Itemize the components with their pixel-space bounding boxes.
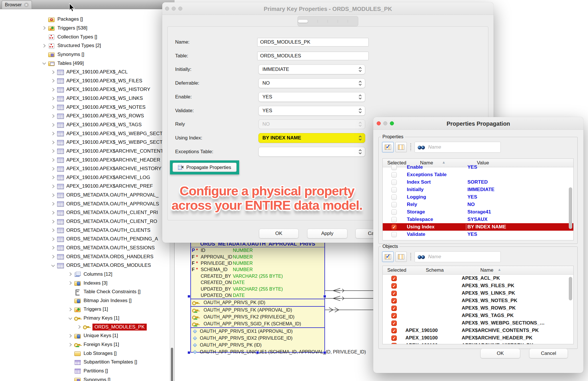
tree-item[interactable]: APEX_190100.APEX$_WS_WEBPG_SECTION_H xyxy=(0,138,170,147)
object-row[interactable]: ✓ APEX$_WS_NOTES_PK xyxy=(383,297,573,304)
checkbox[interactable]: ✓ xyxy=(391,283,397,289)
checkbox[interactable]: ✓ xyxy=(391,313,397,318)
checkbox[interactable]: ✓ xyxy=(391,217,397,222)
property-row[interactable]: ✓ Initially IMMEDIATE xyxy=(383,186,573,193)
objects-search-input[interactable]: Name xyxy=(415,251,501,262)
select-all-button[interactable]: ✓ xyxy=(382,142,394,152)
expand-chevron-icon[interactable] xyxy=(51,132,55,135)
stepper-icon[interactable] xyxy=(358,94,363,101)
cancel-button[interactable]: Cancel xyxy=(529,349,568,358)
checkbox[interactable]: ✓ xyxy=(391,328,397,333)
checkbox[interactable]: ✓ xyxy=(391,180,397,185)
tree-scrollbar-thumb[interactable] xyxy=(171,348,173,381)
checkbox[interactable]: ✓ xyxy=(391,224,397,230)
tree-item[interactable]: Indexes [3] xyxy=(0,279,170,287)
tree-item[interactable]: APEX_190100.APEX$_WS_TAGS xyxy=(0,120,170,129)
checkbox[interactable]: ✓ xyxy=(391,320,397,326)
tree-item[interactable]: Collection Types [] xyxy=(0,32,170,41)
select-control[interactable]: IMMEDIATE xyxy=(258,65,365,74)
checkbox[interactable]: ✓ xyxy=(391,195,397,200)
object-row[interactable]: ✓ APEX$_ACL_PK xyxy=(383,275,573,282)
column-select-button[interactable] xyxy=(395,252,407,262)
tree-item[interactable]: Subpartition Templates [] xyxy=(0,358,170,367)
tree-item[interactable]: APEX_190100.APEX$_WS_NOTES xyxy=(0,103,170,112)
select-control[interactable]: NO xyxy=(258,119,365,129)
tree-item[interactable]: APEX_190100.APEX$_ACL xyxy=(0,68,170,77)
property-row[interactable]: ✓ Logging YES xyxy=(383,193,573,201)
tree-item[interactable]: ORDS_MODULES_PK xyxy=(0,322,170,331)
expand-chevron-icon[interactable] xyxy=(51,149,55,153)
tab-global-hash-partitions-by-quantity[interactable] xyxy=(328,20,338,23)
tree-item[interactable]: Columns [12] xyxy=(0,270,170,279)
tree-item[interactable]: APEX_190100.APEX$_WS_ROWS xyxy=(0,112,170,120)
expand-chevron-icon[interactable] xyxy=(51,237,55,241)
expand-chevron-icon[interactable] xyxy=(68,343,72,347)
checkbox[interactable]: ✓ xyxy=(391,187,397,193)
tree-item[interactable]: Unique Keys [1] xyxy=(0,331,170,340)
select-control[interactable] xyxy=(258,147,365,157)
tree-item[interactable]: APEX_190100.APEX$ARCHIVE_CONTENTS xyxy=(0,147,170,156)
tree-item[interactable]: Triggers [538] xyxy=(0,24,170,33)
tab-columns[interactable] xyxy=(308,20,318,23)
expand-chevron-icon[interactable] xyxy=(51,97,55,100)
checkbox[interactable]: ✓ xyxy=(391,172,397,178)
tree-item[interactable]: ORDS_METADATA.OAUTH_APPROVALS xyxy=(0,199,170,208)
expand-chevron-icon[interactable] xyxy=(51,158,55,162)
property-row[interactable]: ✓ Storage Storage41 xyxy=(383,208,573,216)
select-control[interactable]: YES xyxy=(258,92,365,102)
tree-item[interactable]: APEX_190100.APEX$ARCHIVE_HEADER xyxy=(0,155,170,164)
objects-table-header[interactable]: Selected Schema Name ▲ xyxy=(383,266,573,275)
stepper-icon[interactable] xyxy=(358,121,363,128)
expand-chevron-icon[interactable] xyxy=(51,176,55,179)
tree-item[interactable]: Synonyms [] xyxy=(0,50,170,59)
tree-item[interactable]: APEX_190100.APEX$ARCHIVE_PREF xyxy=(0,182,170,191)
stepper-icon[interactable] xyxy=(358,80,363,87)
tree-item[interactable]: APEX_190100.APEX$_WS_FILES xyxy=(0,76,170,85)
object-row[interactable]: ✓ APEX_190100 APEX$ARCHIVE_CONTENTS_PK xyxy=(383,327,573,334)
tab-using-index[interactable] xyxy=(338,20,348,23)
expand-chevron-icon[interactable] xyxy=(51,255,55,258)
tree-item[interactable]: Packages [] xyxy=(0,15,170,24)
expand-chevron-icon[interactable] xyxy=(51,246,55,250)
expand-chevron-icon[interactable] xyxy=(51,123,55,127)
selection-handle[interactable] xyxy=(187,351,190,354)
tree-item[interactable]: Synonyms [] xyxy=(0,375,170,381)
tree-item[interactable]: APEX_190100.APEX$ARCHIVE_HISTORY xyxy=(0,164,170,173)
property-row[interactable]: ✓ Rely NO xyxy=(383,201,573,208)
expand-chevron-icon[interactable] xyxy=(51,202,55,206)
expand-chevron-icon[interactable] xyxy=(42,26,46,30)
expand-chevron-icon[interactable] xyxy=(51,88,55,92)
tab-general[interactable] xyxy=(298,20,308,23)
close-icon[interactable]: ✕ xyxy=(24,3,29,7)
tree-item[interactable]: Triggers [1] xyxy=(0,305,170,314)
tree-item[interactable]: Lob Storages [] xyxy=(0,349,170,358)
expand-chevron-icon[interactable] xyxy=(68,273,72,276)
property-row[interactable]: ✓ Using Index BY INDEX NAME xyxy=(383,223,573,231)
checkbox[interactable]: ✓ xyxy=(391,232,397,237)
ok-button[interactable]: OK xyxy=(480,349,520,358)
ok-button[interactable]: OK xyxy=(259,229,299,238)
expand-chevron-icon[interactable] xyxy=(42,44,46,48)
objects-scrollbar-thumb[interactable] xyxy=(569,277,572,300)
tree-item[interactable]: ORDS_METADATA.OAUTH_SESSIONS xyxy=(0,244,170,252)
expand-chevron-icon[interactable] xyxy=(51,167,55,171)
select-all-button[interactable]: ✓ xyxy=(382,252,394,262)
tree-item[interactable]: Primary Keys [1] xyxy=(0,314,170,323)
tab-global-partitioning[interactable] xyxy=(318,20,328,23)
checkbox[interactable]: ✓ xyxy=(391,343,397,345)
expand-chevron-icon[interactable] xyxy=(77,325,81,329)
tree-item[interactable]: Structured Types [2] xyxy=(0,41,170,50)
selection-handle[interactable] xyxy=(323,351,326,354)
object-row[interactable]: ✓ APEX_190100 APEX$ARCHIVE_HEADER_PK xyxy=(383,334,573,342)
stepper-icon[interactable] xyxy=(358,66,363,73)
expand-chevron-icon[interactable] xyxy=(51,228,55,232)
checkbox[interactable]: ✓ xyxy=(391,276,397,281)
selection-handle[interactable] xyxy=(187,295,190,298)
expand-chevron-icon[interactable] xyxy=(51,211,55,215)
tree-item[interactable]: ORDS_METADATA.OAUTH_APPROVAL_ xyxy=(0,191,170,200)
expand-chevron-icon[interactable] xyxy=(42,61,46,65)
properties-search-input[interactable]: Name xyxy=(415,142,501,153)
checkbox[interactable]: ✓ xyxy=(391,202,397,207)
tree-item[interactable]: ORDS_METADATA.OAUTH_CLIENTS xyxy=(0,226,170,235)
property-row[interactable]: ✓ Enable YES xyxy=(383,164,573,171)
